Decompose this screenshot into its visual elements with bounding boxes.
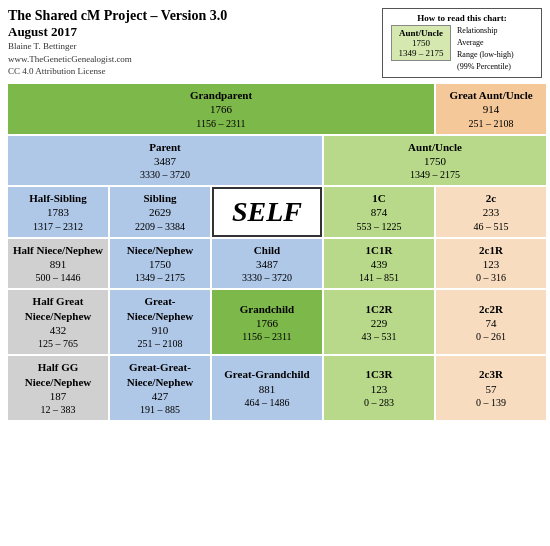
aunt-uncle-avg: 1750 — [424, 154, 446, 168]
niece-nephew-range: 1349 – 2175 — [135, 271, 185, 284]
2c1r-name: 2c1R — [479, 243, 503, 257]
1c1r-range: 141 – 851 — [359, 271, 399, 284]
great-aunt-uncle-name: Great Aunt/Uncle — [449, 88, 532, 102]
1c3r-avg: 123 — [371, 382, 388, 396]
great-great-niece-nephew-avg: 427 — [152, 389, 169, 403]
cell-great-grandchild: Great-Grandchild 881 464 – 1486 — [212, 356, 322, 420]
legend-label-average: Average — [457, 37, 514, 49]
cell-grandchild: Grandchild 1766 1156 – 2311 — [212, 290, 322, 354]
legend-labels: Relationship Average Range (low-high) (9… — [457, 25, 514, 73]
header-text: The Shared cM Project – Version 3.0 Augu… — [8, 8, 227, 78]
cell-great-great-niece-nephew: Great-Great-Niece/Nephew 427 191 – 885 — [110, 356, 210, 420]
half-sibling-avg: 1783 — [47, 205, 69, 219]
2c-avg: 233 — [483, 205, 500, 219]
great-great-niece-nephew-range: 191 – 885 — [140, 403, 180, 416]
self-label: SELF — [232, 194, 302, 230]
half-gg-niece-nephew-range: 12 – 383 — [41, 403, 76, 416]
half-gg-niece-nephew-avg: 187 — [50, 389, 67, 403]
cell-2c1r: 2c1R 123 0 – 316 — [436, 239, 546, 289]
great-grandchild-range: 464 – 1486 — [245, 396, 290, 409]
1c-name: 1C — [372, 191, 385, 205]
cell-2c3r: 2c3R 57 0 – 139 — [436, 356, 546, 420]
cell-1c1r: 1C1R 439 141 – 851 — [324, 239, 434, 289]
half-niece-nephew-range: 500 – 1446 — [36, 271, 81, 284]
grandchild-range: 1156 – 2311 — [242, 330, 291, 343]
grandparent-name: Grandparent — [190, 88, 252, 102]
1c2r-avg: 229 — [371, 316, 388, 330]
cell-niece-nephew: Niece/Nephew 1750 1349 – 2175 — [110, 239, 210, 289]
2c2r-range: 0 – 261 — [476, 330, 506, 343]
parent-name: Parent — [149, 140, 181, 154]
half-sibling-name: Half-Sibling — [29, 191, 86, 205]
great-great-niece-nephew-name: Great-Great-Niece/Nephew — [113, 360, 207, 389]
grandchild-avg: 1766 — [256, 316, 278, 330]
legend-sample-avg: 1750 — [396, 38, 446, 48]
license: CC 4.0 Attribution License — [8, 65, 227, 78]
2c3r-avg: 57 — [486, 382, 497, 396]
great-niece-nephew-range: 251 – 2108 — [138, 337, 183, 350]
1c2r-range: 43 – 531 — [362, 330, 397, 343]
cell-parent: Parent 3487 3330 – 3720 — [8, 136, 322, 186]
half-great-niece-nephew-range: 125 – 765 — [38, 337, 78, 350]
legend-sample-range: 1349 – 2175 — [396, 48, 446, 58]
cell-half-niece-nephew: Half Niece/Nephew 891 500 – 1446 — [8, 239, 108, 289]
child-avg: 3487 — [256, 257, 278, 271]
cell-half-gg-niece-nephew: Half GG Niece/Nephew 187 12 – 383 — [8, 356, 108, 420]
half-great-niece-nephew-name: Half Great Niece/Nephew — [11, 294, 105, 323]
cell-great-aunt-uncle: Great Aunt/Uncle 914 251 – 2108 — [436, 84, 546, 134]
cell-grandparent: Grandparent 1766 1156 – 2311 — [8, 84, 434, 134]
2c2r-name: 2c2R — [479, 302, 503, 316]
parent-avg: 3487 — [154, 154, 176, 168]
grandparent-range: 1156 – 2311 — [196, 117, 245, 130]
2c1r-avg: 123 — [483, 257, 500, 271]
half-gg-niece-nephew-name: Half GG Niece/Nephew — [11, 360, 105, 389]
2c-name: 2c — [486, 191, 496, 205]
cell-half-sibling: Half-Sibling 1783 1317 – 2312 — [8, 187, 108, 237]
legend-title: How to read this chart: — [391, 13, 533, 23]
subtitle: August 2017 — [8, 24, 227, 40]
cell-great-niece-nephew: Great-Niece/Nephew 910 251 – 2108 — [110, 290, 210, 354]
child-name: Child — [254, 243, 280, 257]
2c1r-range: 0 – 316 — [476, 271, 506, 284]
child-range: 3330 – 3720 — [242, 271, 292, 284]
sibling-name: Sibling — [143, 191, 176, 205]
1c1r-avg: 439 — [371, 257, 388, 271]
grandchild-name: Grandchild — [240, 302, 294, 316]
half-niece-nephew-avg: 891 — [50, 257, 67, 271]
sibling-avg: 2629 — [149, 205, 171, 219]
legend-label-relationship: Relationship — [457, 25, 514, 37]
cell-2c2r: 2c2R 74 0 – 261 — [436, 290, 546, 354]
half-sibling-range: 1317 – 2312 — [33, 220, 83, 233]
cell-1c2r: 1C2R 229 43 – 531 — [324, 290, 434, 354]
1c3r-name: 1C3R — [366, 367, 393, 381]
sibling-range: 2209 – 3384 — [135, 220, 185, 233]
great-niece-nephew-avg: 910 — [152, 323, 169, 337]
parent-range: 3330 – 3720 — [140, 168, 190, 181]
2c3r-name: 2c3R — [479, 367, 503, 381]
2c2r-avg: 74 — [486, 316, 497, 330]
half-great-niece-nephew-avg: 432 — [50, 323, 67, 337]
1c-avg: 874 — [371, 205, 388, 219]
1c1r-name: 1C1R — [366, 243, 393, 257]
2c-range: 46 – 515 — [474, 220, 509, 233]
main-title: The Shared cM Project – Version 3.0 — [8, 8, 227, 24]
great-grandchild-avg: 881 — [259, 382, 276, 396]
legend-label-range: Range (low-high) — [457, 49, 514, 61]
cell-aunt-uncle: Aunt/Uncle 1750 1349 – 2175 — [324, 136, 546, 186]
great-grandchild-name: Great-Grandchild — [224, 367, 309, 381]
1c3r-range: 0 – 283 — [364, 396, 394, 409]
relationship-grid: Grandparent 1766 1156 – 2311 Great Aunt/… — [8, 84, 542, 420]
aunt-uncle-range: 1349 – 2175 — [410, 168, 460, 181]
website: www.TheGeneticGenealogist.com — [8, 53, 227, 66]
legend-example: Aunt/Uncle 1750 1349 – 2175 Relationship… — [391, 25, 533, 73]
cell-1c3r: 1C3R 123 0 – 283 — [324, 356, 434, 420]
cell-self: SELF — [212, 187, 322, 237]
niece-nephew-avg: 1750 — [149, 257, 171, 271]
cell-sibling: Sibling 2629 2209 – 3384 — [110, 187, 210, 237]
great-niece-nephew-name: Great-Niece/Nephew — [113, 294, 207, 323]
great-aunt-uncle-avg: 914 — [483, 102, 500, 116]
cell-2c: 2c 233 46 – 515 — [436, 187, 546, 237]
cell-child: Child 3487 3330 – 3720 — [212, 239, 322, 289]
legend-sample-name: Aunt/Uncle — [396, 28, 446, 38]
cell-1c: 1C 874 553 – 1225 — [324, 187, 434, 237]
